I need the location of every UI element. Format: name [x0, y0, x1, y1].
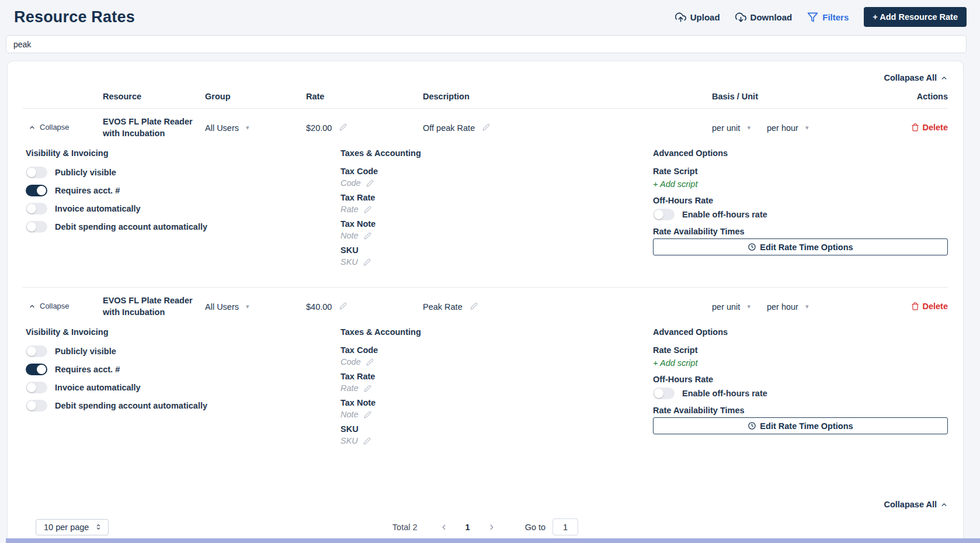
per-page-select[interactable]: 10 per page [36, 519, 109, 535]
horizontal-scrollbar-thumb[interactable] [6, 538, 980, 543]
page-title: Resource Rates [14, 8, 135, 26]
rate-row-group-1: Collapse EVOS FL Plate Reader with Incub… [23, 109, 948, 287]
column-header-group: Group [205, 92, 306, 101]
group-select[interactable]: All Users ▾ [205, 302, 249, 312]
taxes-section: Taxes & Accounting Tax Code Code Tax Rat… [338, 148, 650, 272]
chevron-up-icon [940, 501, 948, 509]
chevron-up-icon [29, 124, 36, 131]
chevron-up-icon [29, 303, 36, 310]
requires-account-toggle[interactable] [26, 185, 47, 196]
visibility-heading: Visibility & Invoicing [26, 148, 338, 158]
sku-placeholder: SKU [340, 257, 358, 267]
publicly-visible-toggle[interactable] [26, 345, 47, 357]
tax-note-placeholder: Note [340, 231, 359, 240]
toggle-label: Invoice automatically [55, 383, 141, 392]
goto-label: Go to [525, 523, 545, 532]
unit-select[interactable]: per hour ▾ [767, 302, 809, 312]
add-script-button[interactable]: + Add script [653, 357, 697, 369]
publicly-visible-toggle[interactable] [26, 167, 47, 178]
basis-select[interactable]: per unit ▾ [712, 302, 750, 312]
tax-code-placeholder: Code [340, 178, 361, 188]
edit-rate-pencil-icon[interactable] [339, 302, 347, 310]
clock-icon [748, 243, 756, 251]
group-select[interactable]: All Users ▾ [205, 123, 249, 133]
visibility-section: Visibility & Invoicing Publicly visible … [23, 327, 338, 451]
taxes-section: Taxes & Accounting Tax Code Code Tax Rat… [338, 327, 650, 451]
tax-code-label: Tax Code [340, 167, 650, 176]
rate-script-label: Rate Script [653, 167, 948, 176]
tax-note-label: Tax Note [340, 398, 650, 407]
rate-availability-label: Rate Availability Times [653, 227, 948, 236]
row-collapse-button[interactable]: Collapse [29, 302, 69, 310]
advanced-section: Advanced Options Rate Script + Add scrip… [650, 327, 948, 451]
edit-tax-note-pencil-icon[interactable] [364, 232, 371, 240]
horizontal-scrollbar [0, 538, 980, 543]
edit-rate-time-options-button[interactable]: Edit Rate Time Options [653, 417, 948, 434]
edit-rate-pencil-icon[interactable] [339, 123, 347, 131]
edit-sku-pencil-icon[interactable] [363, 437, 371, 445]
add-resource-rate-button[interactable]: + Add Resource Rate [864, 7, 967, 27]
invoice-automatically-toggle[interactable] [26, 382, 47, 393]
description-value: Off peak Rate [423, 123, 475, 133]
page-number-current[interactable]: 1 [465, 523, 470, 532]
resource-name: EVOS FL Plate Reader with Incubation [103, 116, 205, 139]
delete-button[interactable]: Delete [911, 123, 948, 132]
filter-funnel-icon [807, 12, 818, 23]
enable-off-hours-toggle[interactable] [653, 209, 675, 220]
edit-rate-time-options-button[interactable]: Edit Rate Time Options [653, 238, 948, 255]
previous-page-button[interactable] [437, 521, 450, 534]
rate-row: Collapse EVOS FL Plate Reader with Incub… [23, 288, 948, 324]
card-footer: Collapase All 10 per page Total 2 [23, 500, 948, 542]
search-input[interactable] [6, 35, 967, 53]
row-details: Visibility & Invoicing Publicly visible … [23, 324, 948, 466]
resource-rates-page: Resource Rates Upload Download Filters [0, 0, 980, 543]
pagination-bar: 10 per page Total 2 1 Go to [23, 518, 948, 535]
visibility-heading: Visibility & Invoicing [26, 327, 338, 337]
toggle-label: Enable off-hours rate [682, 389, 767, 398]
chevron-down-icon: ▾ [747, 303, 750, 310]
sku-label: SKU [340, 245, 650, 255]
topbar: Resource Rates Upload Download Filters [0, 0, 980, 30]
description-value: Peak Rate [423, 302, 463, 312]
edit-tax-code-pencil-icon[interactable] [366, 358, 374, 366]
debit-spending-toggle[interactable] [26, 400, 47, 411]
unit-select[interactable]: per hour ▾ [767, 123, 809, 133]
edit-description-pencil-icon[interactable] [470, 302, 478, 310]
add-script-button[interactable]: + Add script [653, 178, 697, 190]
requires-account-toggle[interactable] [26, 364, 47, 375]
edit-tax-rate-pencil-icon[interactable] [364, 206, 371, 213]
edit-tax-note-pencil-icon[interactable] [364, 411, 371, 419]
edit-description-pencil-icon[interactable] [482, 123, 490, 131]
toggle-label: Publicly visible [55, 168, 116, 177]
filters-button[interactable]: Filters [807, 12, 849, 23]
goto-page-input[interactable] [552, 518, 578, 535]
invoice-automatically-toggle[interactable] [26, 203, 47, 215]
edit-sku-pencil-icon[interactable] [363, 258, 371, 266]
total-count: Total 2 [392, 523, 418, 532]
rate-availability-label: Rate Availability Times [653, 406, 948, 415]
toggle-label: Publicly visible [55, 347, 116, 356]
enable-off-hours-toggle[interactable] [653, 388, 675, 399]
column-header-description: Description [423, 92, 712, 101]
row-collapse-button[interactable]: Collapse [29, 123, 69, 132]
table-header-row: Resource Group Rate Description Basis / … [23, 82, 948, 109]
sku-placeholder: SKU [340, 436, 358, 445]
collapse-all-bottom-link[interactable]: Collapase All [884, 500, 948, 509]
column-header-resource: Resource [103, 92, 205, 101]
edit-tax-rate-pencil-icon[interactable] [364, 385, 371, 392]
tax-rate-placeholder: Rate [340, 205, 359, 214]
toggle-label: Enable off-hours rate [682, 210, 767, 219]
tax-code-label: Tax Code [340, 345, 650, 355]
column-header-basis-unit: Basis / Unit [712, 92, 875, 101]
next-page-button[interactable] [485, 521, 498, 534]
collapse-all-top-link[interactable]: Collapase All [884, 73, 948, 82]
column-header-actions: Actions [875, 92, 948, 101]
basis-select[interactable]: per unit ▾ [712, 123, 750, 133]
delete-button[interactable]: Delete [911, 302, 948, 311]
debit-spending-toggle[interactable] [26, 221, 47, 233]
upload-button[interactable]: Upload [675, 12, 720, 23]
download-button[interactable]: Download [735, 12, 793, 23]
tax-rate-label: Tax Rate [340, 193, 650, 202]
edit-tax-code-pencil-icon[interactable] [366, 179, 374, 187]
taxes-heading: Taxes & Accounting [338, 148, 650, 158]
